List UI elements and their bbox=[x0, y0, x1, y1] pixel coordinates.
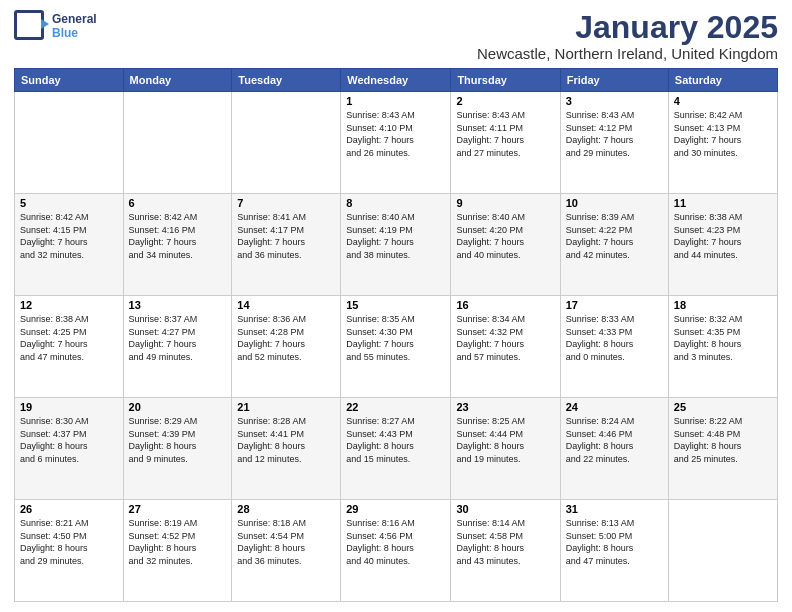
day-info: Sunrise: 8:36 AM Sunset: 4:28 PM Dayligh… bbox=[237, 313, 335, 363]
calendar-cell: 1Sunrise: 8:43 AM Sunset: 4:10 PM Daylig… bbox=[341, 92, 451, 194]
calendar-cell: 4Sunrise: 8:42 AM Sunset: 4:13 PM Daylig… bbox=[668, 92, 777, 194]
calendar-cell: 13Sunrise: 8:37 AM Sunset: 4:27 PM Dayli… bbox=[123, 296, 232, 398]
day-info: Sunrise: 8:42 AM Sunset: 4:13 PM Dayligh… bbox=[674, 109, 772, 159]
day-info: Sunrise: 8:18 AM Sunset: 4:54 PM Dayligh… bbox=[237, 517, 335, 567]
day-number: 28 bbox=[237, 503, 335, 515]
weekday-header-friday: Friday bbox=[560, 69, 668, 92]
day-info: Sunrise: 8:38 AM Sunset: 4:25 PM Dayligh… bbox=[20, 313, 118, 363]
day-number: 26 bbox=[20, 503, 118, 515]
day-info: Sunrise: 8:42 AM Sunset: 4:16 PM Dayligh… bbox=[129, 211, 227, 261]
calendar-cell bbox=[232, 92, 341, 194]
day-info: Sunrise: 8:21 AM Sunset: 4:50 PM Dayligh… bbox=[20, 517, 118, 567]
week-row-4: 19Sunrise: 8:30 AM Sunset: 4:37 PM Dayli… bbox=[15, 398, 778, 500]
calendar-cell: 17Sunrise: 8:33 AM Sunset: 4:33 PM Dayli… bbox=[560, 296, 668, 398]
day-info: Sunrise: 8:41 AM Sunset: 4:17 PM Dayligh… bbox=[237, 211, 335, 261]
day-info: Sunrise: 8:43 AM Sunset: 4:10 PM Dayligh… bbox=[346, 109, 445, 159]
day-info: Sunrise: 8:22 AM Sunset: 4:48 PM Dayligh… bbox=[674, 415, 772, 465]
location-title: Newcastle, Northern Ireland, United King… bbox=[477, 45, 778, 62]
weekday-header-monday: Monday bbox=[123, 69, 232, 92]
calendar-cell: 28Sunrise: 8:18 AM Sunset: 4:54 PM Dayli… bbox=[232, 500, 341, 602]
calendar-cell: 18Sunrise: 8:32 AM Sunset: 4:35 PM Dayli… bbox=[668, 296, 777, 398]
day-info: Sunrise: 8:40 AM Sunset: 4:19 PM Dayligh… bbox=[346, 211, 445, 261]
calendar-cell: 19Sunrise: 8:30 AM Sunset: 4:37 PM Dayli… bbox=[15, 398, 124, 500]
day-number: 6 bbox=[129, 197, 227, 209]
day-info: Sunrise: 8:14 AM Sunset: 4:58 PM Dayligh… bbox=[456, 517, 554, 567]
title-block: January 2025 Newcastle, Northern Ireland… bbox=[477, 10, 778, 62]
day-number: 21 bbox=[237, 401, 335, 413]
day-info: Sunrise: 8:30 AM Sunset: 4:37 PM Dayligh… bbox=[20, 415, 118, 465]
day-number: 3 bbox=[566, 95, 663, 107]
calendar-cell: 15Sunrise: 8:35 AM Sunset: 4:30 PM Dayli… bbox=[341, 296, 451, 398]
day-number: 31 bbox=[566, 503, 663, 515]
calendar-cell bbox=[15, 92, 124, 194]
calendar-cell: 2Sunrise: 8:43 AM Sunset: 4:11 PM Daylig… bbox=[451, 92, 560, 194]
calendar-cell: 26Sunrise: 8:21 AM Sunset: 4:50 PM Dayli… bbox=[15, 500, 124, 602]
day-number: 29 bbox=[346, 503, 445, 515]
calendar-cell: 31Sunrise: 8:13 AM Sunset: 5:00 PM Dayli… bbox=[560, 500, 668, 602]
calendar-cell bbox=[123, 92, 232, 194]
month-title: January 2025 bbox=[477, 10, 778, 45]
day-info: Sunrise: 8:25 AM Sunset: 4:44 PM Dayligh… bbox=[456, 415, 554, 465]
day-number: 19 bbox=[20, 401, 118, 413]
calendar-table: SundayMondayTuesdayWednesdayThursdayFrid… bbox=[14, 68, 778, 602]
calendar-cell: 12Sunrise: 8:38 AM Sunset: 4:25 PM Dayli… bbox=[15, 296, 124, 398]
calendar-cell: 20Sunrise: 8:29 AM Sunset: 4:39 PM Dayli… bbox=[123, 398, 232, 500]
day-info: Sunrise: 8:35 AM Sunset: 4:30 PM Dayligh… bbox=[346, 313, 445, 363]
day-number: 14 bbox=[237, 299, 335, 311]
day-info: Sunrise: 8:43 AM Sunset: 4:12 PM Dayligh… bbox=[566, 109, 663, 159]
day-info: Sunrise: 8:16 AM Sunset: 4:56 PM Dayligh… bbox=[346, 517, 445, 567]
day-number: 15 bbox=[346, 299, 445, 311]
day-info: Sunrise: 8:24 AM Sunset: 4:46 PM Dayligh… bbox=[566, 415, 663, 465]
calendar-cell: 9Sunrise: 8:40 AM Sunset: 4:20 PM Daylig… bbox=[451, 194, 560, 296]
week-row-5: 26Sunrise: 8:21 AM Sunset: 4:50 PM Dayli… bbox=[15, 500, 778, 602]
weekday-header-row: SundayMondayTuesdayWednesdayThursdayFrid… bbox=[15, 69, 778, 92]
week-row-1: 1Sunrise: 8:43 AM Sunset: 4:10 PM Daylig… bbox=[15, 92, 778, 194]
day-number: 4 bbox=[674, 95, 772, 107]
day-number: 10 bbox=[566, 197, 663, 209]
day-info: Sunrise: 8:28 AM Sunset: 4:41 PM Dayligh… bbox=[237, 415, 335, 465]
logo-line1: General bbox=[52, 13, 97, 27]
weekday-header-saturday: Saturday bbox=[668, 69, 777, 92]
calendar-cell: 22Sunrise: 8:27 AM Sunset: 4:43 PM Dayli… bbox=[341, 398, 451, 500]
calendar-cell: 27Sunrise: 8:19 AM Sunset: 4:52 PM Dayli… bbox=[123, 500, 232, 602]
header: General Blue January 2025 Newcastle, Nor… bbox=[14, 10, 778, 62]
calendar-cell: 3Sunrise: 8:43 AM Sunset: 4:12 PM Daylig… bbox=[560, 92, 668, 194]
calendar-cell: 7Sunrise: 8:41 AM Sunset: 4:17 PM Daylig… bbox=[232, 194, 341, 296]
logo-text: General Blue bbox=[52, 13, 97, 41]
day-info: Sunrise: 8:32 AM Sunset: 4:35 PM Dayligh… bbox=[674, 313, 772, 363]
logo-graphic bbox=[14, 10, 48, 44]
day-info: Sunrise: 8:34 AM Sunset: 4:32 PM Dayligh… bbox=[456, 313, 554, 363]
calendar-cell: 14Sunrise: 8:36 AM Sunset: 4:28 PM Dayli… bbox=[232, 296, 341, 398]
day-info: Sunrise: 8:37 AM Sunset: 4:27 PM Dayligh… bbox=[129, 313, 227, 363]
day-info: Sunrise: 8:33 AM Sunset: 4:33 PM Dayligh… bbox=[566, 313, 663, 363]
calendar-cell: 25Sunrise: 8:22 AM Sunset: 4:48 PM Dayli… bbox=[668, 398, 777, 500]
calendar-cell: 6Sunrise: 8:42 AM Sunset: 4:16 PM Daylig… bbox=[123, 194, 232, 296]
calendar-cell: 16Sunrise: 8:34 AM Sunset: 4:32 PM Dayli… bbox=[451, 296, 560, 398]
day-number: 18 bbox=[674, 299, 772, 311]
day-info: Sunrise: 8:39 AM Sunset: 4:22 PM Dayligh… bbox=[566, 211, 663, 261]
day-number: 7 bbox=[237, 197, 335, 209]
day-number: 1 bbox=[346, 95, 445, 107]
day-number: 25 bbox=[674, 401, 772, 413]
day-number: 5 bbox=[20, 197, 118, 209]
calendar-cell: 29Sunrise: 8:16 AM Sunset: 4:56 PM Dayli… bbox=[341, 500, 451, 602]
day-info: Sunrise: 8:40 AM Sunset: 4:20 PM Dayligh… bbox=[456, 211, 554, 261]
day-number: 13 bbox=[129, 299, 227, 311]
weekday-header-wednesday: Wednesday bbox=[341, 69, 451, 92]
day-number: 30 bbox=[456, 503, 554, 515]
calendar-cell: 5Sunrise: 8:42 AM Sunset: 4:15 PM Daylig… bbox=[15, 194, 124, 296]
calendar-cell: 21Sunrise: 8:28 AM Sunset: 4:41 PM Dayli… bbox=[232, 398, 341, 500]
logo: General Blue bbox=[14, 10, 97, 44]
weekday-header-thursday: Thursday bbox=[451, 69, 560, 92]
day-info: Sunrise: 8:19 AM Sunset: 4:52 PM Dayligh… bbox=[129, 517, 227, 567]
logo-line2: Blue bbox=[52, 27, 97, 41]
weekday-header-sunday: Sunday bbox=[15, 69, 124, 92]
calendar-cell: 10Sunrise: 8:39 AM Sunset: 4:22 PM Dayli… bbox=[560, 194, 668, 296]
day-info: Sunrise: 8:43 AM Sunset: 4:11 PM Dayligh… bbox=[456, 109, 554, 159]
day-number: 2 bbox=[456, 95, 554, 107]
day-number: 16 bbox=[456, 299, 554, 311]
day-number: 23 bbox=[456, 401, 554, 413]
day-number: 12 bbox=[20, 299, 118, 311]
day-number: 17 bbox=[566, 299, 663, 311]
day-info: Sunrise: 8:38 AM Sunset: 4:23 PM Dayligh… bbox=[674, 211, 772, 261]
